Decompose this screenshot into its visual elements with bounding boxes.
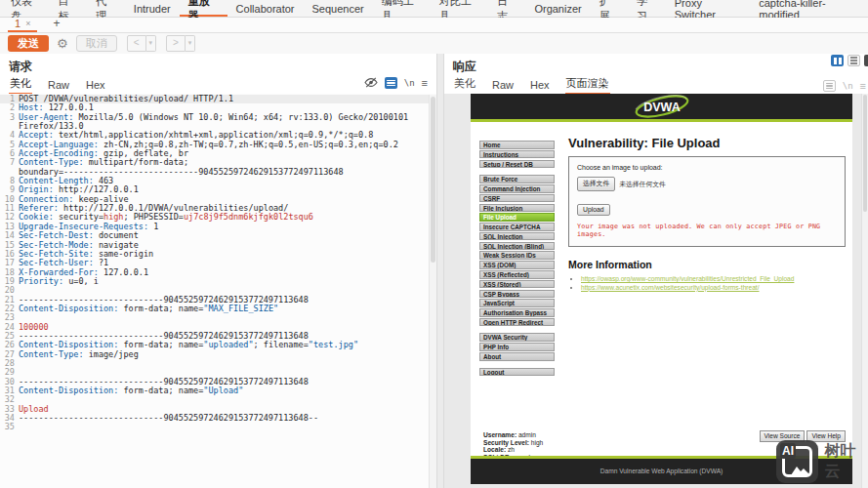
sidebar-item[interactable]: SQL Injection (Blind) [479,242,555,251]
menubar-item[interactable]: 学习 [628,0,666,17]
sidebar-item[interactable]: File Upload [479,213,555,222]
sidebar-item[interactable]: XSS (Reflected) [479,270,555,279]
dvwa-logo: DVWA [626,95,698,118]
sidebar-item[interactable]: Insecure CAPTCHA [479,223,555,231]
menubar-item[interactable]: 日志 [488,0,526,17]
repeater-tab-1[interactable]: 1 × [8,18,37,32]
menubar-item[interactable]: 扩展 [591,0,629,17]
sidebar-item[interactable]: Logout [479,368,555,377]
response-render-area: DVWA HomeInstructionsSetup / Reset DBBru… [444,94,868,488]
footer-text: Damn Vulnerable Web Application (DVWA) [600,468,723,474]
burp-window: 仪表盘目标代理Intruder重放器CollaboratorSequencer编… [0,0,868,488]
upload-button[interactable]: Upload [577,204,610,216]
menubar-item[interactable]: Collaborator [227,0,304,17]
menubar-item[interactable]: 重放器 [180,0,227,17]
menubar-item[interactable]: 代理 [87,0,125,17]
menubar-item[interactable]: Intruder [125,0,180,17]
sidebar-item[interactable]: DVWA Security [479,333,555,342]
request-line: 28 [0,359,436,368]
sidebar-item[interactable]: Command Injection [479,184,555,193]
view-tab[interactable]: 页面渲染 [565,76,610,95]
next-dropdown-icon[interactable]: ▾ [186,35,196,52]
sidebar-item[interactable]: Home [479,141,555,149]
prev-dropdown-icon[interactable]: ▾ [146,35,157,52]
line-text: Content-Disposition: form-data; name="MA… [19,305,278,313]
next-request-button[interactable]: > [166,35,186,52]
view-tab[interactable]: 美化 [453,76,476,95]
tab-close-icon[interactable]: × [25,20,30,28]
no-file-text: 未选择任何文件 [619,180,666,189]
rows-layout-icon[interactable] [847,55,860,66]
view-tab[interactable]: Raw [491,79,515,95]
menubar-item[interactable]: 对比工具 [431,0,488,17]
gear-icon[interactable]: ⚙ [55,37,70,51]
menubar-item[interactable]: Organizer [525,0,590,17]
response-subtabs: 美化RawHex页面渲染 \n ≡ [444,76,868,96]
sidebar-item[interactable]: XSS (Stored) [479,280,555,289]
external-link[interactable]: https://owasp.org/www-community/vulnerab… [581,275,794,282]
view-tab[interactable]: Hex [85,79,106,95]
menubar-item[interactable]: captcha-killer-modified [750,0,868,17]
svg-text:DVWA: DVWA [643,101,681,114]
dvwa-main: Vulnerability: File Upload Choose an ima… [568,137,846,292]
watermark-brand: 树叶云 [825,441,868,482]
status-row: Security Level: high [483,439,543,447]
newline-toggle-icon[interactable]: \n [843,81,853,91]
view-tab[interactable]: 美化 [9,76,32,95]
editor-menu-icon[interactable]: ≡ [422,78,428,88]
workspace: 请求 美化RawHex \n ≡ 1POST /DVWA/vulnerabili… [0,54,868,488]
request-panel-title: 请求 [0,54,436,76]
request-line: 31Content-Disposition: form-data; name="… [0,386,436,395]
sidebar-item[interactable]: XSS (DOM) [479,261,555,269]
dvwa-header: DVWA [471,94,852,122]
response-scrollbar[interactable] [861,94,868,488]
request-tab-icons: \n ≡ [364,74,428,95]
request-line: 32 [0,395,436,404]
newline-toggle-icon[interactable]: \n [404,78,415,88]
hide-eye-icon[interactable] [364,74,378,92]
view-tab[interactable]: Raw [47,79,70,95]
sidebar-item[interactable]: Instructions [479,150,555,159]
sidebar-item[interactable]: SQL Injection [479,232,555,241]
cancel-button[interactable]: 取消 [76,35,117,52]
request-subtabs: 美化RawHex \n ≡ [0,76,436,96]
sidebar-item[interactable]: Brute Force [479,175,555,183]
view-tab[interactable]: Hex [529,79,551,95]
line-text: Content-Type: image/jpeg [19,350,139,359]
menubar-item[interactable]: 编码工具 [373,0,431,17]
response-panel: 响应 美化RawHex页面渲染 \n ≡ DVWA [444,54,868,488]
prev-request-button[interactable]: < [127,35,146,52]
request-panel: 请求 美化RawHex \n ≡ 1POST /DVWA/vulnerabili… [0,54,436,488]
send-button[interactable]: 发送 [8,35,49,52]
sidebar-item[interactable]: Weak Session IDs [479,251,555,260]
tabs-layout-icon[interactable] [864,55,868,66]
sidebar-item[interactable]: File Inclusion [479,204,555,213]
menubar-item[interactable]: Sequencer [304,0,373,17]
columns-layout-icon[interactable] [831,55,844,66]
sidebar-item[interactable]: Open HTTP Redirect [479,318,555,327]
panel-splitter[interactable] [436,54,444,488]
sidebar-item[interactable]: CSRF [479,194,555,203]
sidebar-item[interactable]: PHP Info [479,343,555,351]
sidebar-group: Logout [479,368,555,377]
editor-menu-icon[interactable]: ≡ [860,81,866,91]
external-link[interactable]: https://www.acunetix.com/websitesecurity… [581,284,760,291]
request-editor[interactable]: 1POST /DVWA/vulnerabilities/upload/ HTTP… [0,94,436,488]
add-tab-button[interactable]: + [49,17,63,32]
menubar-item[interactable]: Proxy Switcher [666,0,750,17]
sidebar-item[interactable]: Setup / Reset DB [479,160,555,169]
upload-button-row: Upload [577,198,837,216]
sidebar-item[interactable]: CSP Bypass [479,290,555,299]
menubar-item[interactable]: 目标 [50,0,88,17]
upload-form: Choose an image to upload: 选择文件 未选择任何文件 … [568,156,846,247]
upload-error-message: Your image was not uploaded. We can only… [577,223,837,238]
pretty-print-icon[interactable] [823,80,836,92]
sidebar-item[interactable]: Authorisation Bypass [479,308,555,317]
choose-file-button[interactable]: 选择文件 [577,177,615,191]
request-line: 23 [0,313,436,322]
menubar-item[interactable]: 仪表盘 [2,0,50,17]
sidebar-item[interactable]: JavaScript [479,299,555,307]
request-scrollbar[interactable] [429,95,436,488]
sidebar-item[interactable]: About [479,352,555,361]
pretty-print-icon[interactable] [385,77,397,89]
